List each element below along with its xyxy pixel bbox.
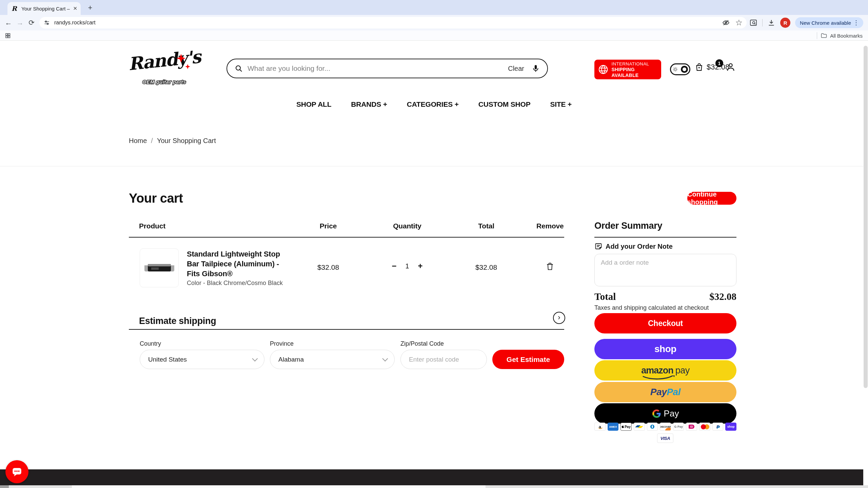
province-label: Province [270,340,294,347]
bookmark-star-icon[interactable]: ☆ [735,19,743,26]
google-pay-label: Pay [664,408,679,419]
order-summary-divider [594,237,736,238]
amazon-icon: a [594,423,606,431]
quantity-decrease-button[interactable]: − [392,261,396,271]
estimate-expand-button[interactable]: › [553,312,565,324]
theme-toggle-knob[interactable] [681,66,688,73]
search-clear-button[interactable]: Clear [508,65,524,73]
column-header-total: Total [473,222,499,230]
apple-pay-icon: Pay [620,423,632,431]
account-button[interactable] [726,62,736,72]
paypal-logo-pal: Pal [667,387,680,398]
product-title[interactable]: Standard Lightweight Stop Bar Tailpiece … [187,249,285,279]
mastercard-icon [699,423,710,431]
cart-link[interactable]: $32.08 1 [694,62,729,72]
bookmarks-divider [817,32,817,39]
order-total-value: $32.08 [709,291,736,302]
browser-tab[interactable]: R Your Shopping Cart – Randy's L ✕ [7,2,81,15]
search-bar[interactable]: What are you looking for... Clear [226,59,548,78]
chat-bubble-icon [11,465,23,478]
country-label: Country [140,340,161,347]
profile-avatar[interactable]: R [780,18,790,28]
chevron-down-icon [252,355,258,361]
order-note-header: Add your Order Note [594,242,673,250]
quantity-increase-button[interactable]: + [418,261,423,271]
downloads-icon[interactable] [767,19,775,27]
amazon-pay-button[interactable]: amazon pay [594,360,736,381]
all-bookmarks-button[interactable]: All Bookmarks [821,30,863,41]
remove-item-button[interactable] [545,261,555,271]
nav-shop-all[interactable]: SHOP ALL [296,100,331,108]
get-estimate-button[interactable]: Get Estimate [492,350,564,369]
accepted-payments-row: a AMEX Pay DISCOVER G Pay iD P shop [594,423,736,431]
horizontal-scrollbar-thumb[interactable] [72,485,486,488]
shop-pay-button[interactable]: shop [594,339,736,359]
breadcrumb-home[interactable]: Home [129,137,147,145]
nav-categories[interactable]: CATEGORIES + [407,100,459,108]
province-select[interactable]: Alabama [270,350,395,369]
estimate-shipping-title: Estimate shipping [139,316,216,326]
theme-toggle[interactable] [670,63,690,75]
folder-icon [821,32,827,39]
password-hidden-eye-icon[interactable] [722,19,730,27]
country-select[interactable]: United States [140,350,264,369]
nav-brands[interactable]: BRANDS + [351,100,387,108]
scrollbar-corner [0,485,9,488]
product-image[interactable] [140,248,179,287]
back-icon[interactable]: ← [3,17,14,28]
country-value: United States [148,356,187,363]
search-input[interactable]: What are you looking for... [248,64,508,73]
browser-menu-icon[interactable]: ⋮ [851,19,861,26]
product-variant: Color - Black Chrome/Cosmo Black [187,280,283,287]
paypal-logo-pay: Pay [650,387,667,398]
voice-search-icon[interactable] [532,64,540,73]
tab-close-icon[interactable]: ✕ [73,5,77,12]
nav-site[interactable]: SITE + [550,100,572,108]
checkout-button[interactable]: Checkout [594,313,736,333]
estimate-divider [129,329,564,330]
google-pay-icon: G Pay [673,423,684,431]
diners-club-icon [647,423,658,431]
nav-custom-shop[interactable]: CUSTOM SHOP [478,100,531,108]
paypal-button[interactable]: PayPal [594,382,736,402]
continue-shopping-button[interactable]: Continue shopping [687,192,736,205]
breadcrumb-separator: / [151,137,153,145]
google-g-icon [652,409,661,418]
shop-pay-icon: shop [725,423,736,431]
url-text[interactable]: randys.rocks/cart [54,20,722,26]
forward-icon[interactable]: → [14,17,26,28]
store-logo[interactable]: Randy's OEM guitar parts [128,50,189,91]
google-pay-button[interactable]: Pay [594,403,736,424]
horizontal-scrollbar[interactable] [0,485,868,488]
tab-title: Your Shopping Cart – Randy's L [21,6,71,12]
main-navigation: SHOP ALL BRANDS + CATEGORIES + CUSTOM SH… [0,100,868,108]
cart-count-badge: 1 [715,59,723,67]
product-price: $32.08 [315,263,341,271]
order-note-textarea[interactable]: Add a order note [594,254,736,286]
store-logo-tagline: OEM guitar parts [142,79,186,85]
cart-page: Randy's OEM guitar parts What are you lo… [0,41,868,488]
new-tab-button[interactable]: + [85,3,95,13]
chat-widget-button[interactable] [5,460,28,483]
header-divider [0,166,868,166]
update-chrome-pill[interactable]: New Chrome available ⋮ [795,17,863,28]
tab-groups-grid-icon[interactable] [5,33,11,39]
postal-code-input[interactable]: Enter postal code [400,350,487,369]
side-panel-search-icon[interactable] [749,19,757,27]
browser-toolbar: ← → ⟳ randys.rocks/cart ☆ R New Chrome a… [0,15,868,30]
breadcrumb-current: Your Shopping Cart [157,137,216,145]
site-favicon: R [12,5,18,12]
vertical-scrollbar-thumb[interactable] [864,46,868,388]
breadcrumb: Home / Your Shopping Cart [129,137,216,145]
amazon-smile-icon [642,375,676,380]
page-footer [0,469,868,485]
vertical-scrollbar[interactable] [863,41,868,485]
address-bar[interactable]: randys.rocks/cart ☆ [39,17,747,28]
globe-icon [598,63,609,76]
quantity-value[interactable]: 1 [405,262,409,270]
site-settings-icon[interactable] [43,19,50,26]
order-summary-title: Order Summary [594,221,662,231]
column-header-price: Price [315,222,341,230]
reload-icon[interactable]: ⟳ [26,17,37,28]
order-note-label: Add your Order Note [606,243,673,250]
